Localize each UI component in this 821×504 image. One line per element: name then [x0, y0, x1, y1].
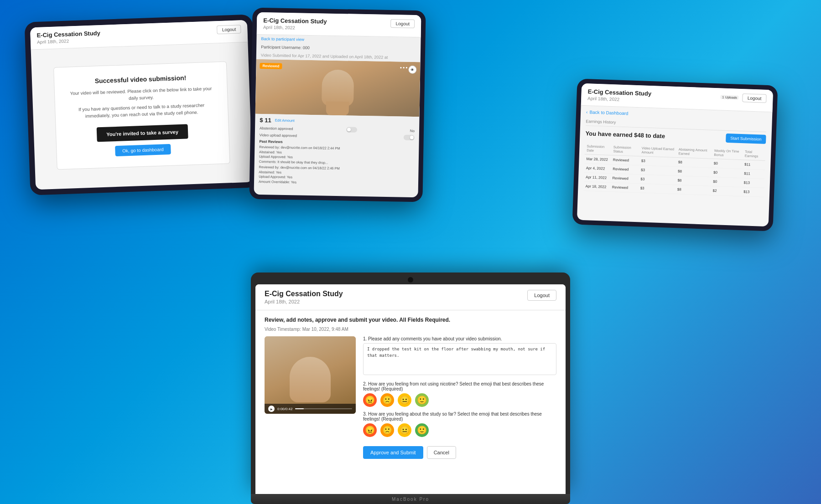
laptop-macbook: E-Cig Cessation Study April 18th, 2022 L…	[251, 273, 570, 504]
upload-toggle[interactable]	[404, 135, 415, 140]
comments-textarea[interactable]	[363, 343, 556, 375]
row3-abstain: $8	[676, 176, 712, 186]
review-details: $ 11 Edit Amount Abstention approved No …	[254, 114, 420, 190]
row1-status: Reviewed	[611, 155, 640, 165]
row1-upload: $3	[639, 156, 676, 167]
row2-upload: $3	[639, 165, 676, 176]
review-app-title: E-Cig Cessation Study	[263, 17, 327, 25]
earnings-table: Submission Date Submission Status Video …	[583, 142, 765, 197]
row3-bonus: $0	[711, 177, 742, 187]
upload-badge: 1 Uploads	[720, 95, 739, 99]
col-weekly-bonus: Weekly On Time Bonus	[712, 147, 743, 160]
tablet-success: E-Cig Cessation Study April 18th, 2022 L…	[25, 14, 259, 195]
form-actions: Approve and Submit Cancel	[363, 446, 556, 459]
success-text1: Your video will be reviewed. Please clic…	[68, 85, 214, 103]
review-app-header: E-Cig Cessation Study April 18th, 2022 L…	[257, 12, 421, 37]
past-reviews: Past Reviews Reviewed by: dev@nucrite.co…	[259, 139, 415, 187]
row1-date: Mar 28, 2022	[584, 154, 611, 165]
form-fields: 1. Please add any comments you have abou…	[363, 336, 556, 459]
amount-row: $ 11 Edit Amount	[260, 117, 415, 126]
success-text2: If you have any questions or need to tal…	[69, 101, 214, 120]
progress-fill	[295, 408, 304, 409]
review-entry-1: Reviewed by: dev@nucrite.com on 04/18/22…	[259, 145, 415, 167]
col-abstaining: Abstaining Amount Earned	[676, 145, 712, 159]
review-entry-2: Reviewed by: dev@nucrite.com on 04/18/22…	[259, 165, 414, 187]
emoji-neutral-2[interactable]: 😐	[398, 423, 411, 437]
success-box: Successful video submission! Your video …	[53, 61, 230, 170]
col-video-upload: Video Upload Earned Amount	[639, 144, 677, 157]
earnings-header-right: 1 Uploads Logout	[720, 93, 767, 103]
video-controls: ▶ 0:00/0:42	[265, 404, 356, 414]
row2-date: Apr 4, 2022	[584, 164, 611, 174]
laptop-logout-button[interactable]: Logout	[527, 290, 556, 301]
earned-amount: You have earned $48 to date	[585, 130, 665, 139]
cancel-button[interactable]: Cancel	[427, 446, 456, 459]
row2-total: $11	[742, 169, 765, 179]
abstention-toggle[interactable]	[346, 127, 357, 132]
row2-bonus: $0	[712, 168, 743, 178]
row4-upload: $3	[638, 184, 676, 194]
earnings-app-date: April 18th, 2022	[587, 96, 651, 103]
laptop-body: Review, add notes, approve and submit yo…	[255, 310, 566, 490]
nicotine-field-label: 2. How are you feeling from not using ni…	[363, 381, 556, 391]
nicotine-emoji-row: 😠 🙁 😐 🙂	[363, 393, 556, 407]
approve-submit-button[interactable]: Approve and Submit	[363, 446, 423, 459]
col-total: Total Earnings	[743, 148, 765, 160]
laptop-notch	[408, 277, 413, 283]
upload-count: 1	[722, 96, 724, 99]
progress-bar[interactable]	[295, 408, 352, 409]
upload-toggle-row: Video upload approved	[260, 132, 415, 140]
abstention-no: No	[410, 129, 415, 133]
row2-abstain: $8	[676, 167, 712, 177]
tablet-video-review: E-Cig Cessation Study April 18th, 2022 L…	[249, 8, 426, 202]
laptop-screen: E-Cig Cessation Study April 18th, 2022 L…	[255, 284, 566, 494]
play-button[interactable]: ▶	[268, 406, 275, 412]
emoji-angry-2[interactable]: 😠	[363, 423, 377, 437]
upload-label: Uploads	[725, 96, 737, 99]
laptop-app-date: April 18th, 2022	[265, 299, 343, 304]
row4-date: Apr 18, 2022	[583, 182, 610, 192]
laptop-subtitle: Review, add notes, approve and submit yo…	[265, 317, 556, 323]
survey-button[interactable]: You're invited to take a survey	[97, 124, 188, 142]
row3-total: $13	[742, 178, 764, 188]
earnings-logout-button[interactable]: Logout	[743, 93, 767, 103]
study-field-label: 3. How are you feeling about the study s…	[363, 411, 556, 422]
row4-total: $13	[742, 187, 764, 197]
laptop-app-header: E-Cig Cessation Study April 18th, 2022 L…	[255, 284, 566, 310]
upload-label: Video upload approved	[260, 133, 297, 138]
back-to-dashboard-nav[interactable]: ‹ Back to Dashboard	[586, 109, 767, 121]
laptop-base: MacBook Pro	[251, 494, 570, 504]
tablet-earnings: E-Cig Cessation Study April 18th, 2022 1…	[572, 78, 778, 231]
row3-date: Apr 11, 2022	[584, 173, 611, 183]
video-review-content: Back to participant view Participant Use…	[254, 35, 421, 196]
earnings-content: ‹ Back to Dashboard Earnings History You…	[577, 106, 772, 226]
timestamp-label: Video Timestamp: Mar 10, 2022, 9:48 AM	[265, 327, 556, 332]
abstention-label: Abstention approved	[260, 126, 293, 131]
emoji-neutral-1[interactable]: 😐	[398, 393, 411, 407]
emoji-angry-1[interactable]: 😠	[363, 393, 377, 407]
row1-abstain: $8	[676, 158, 712, 168]
dashboard-button[interactable]: Ok, go to dashboard	[115, 144, 171, 156]
emoji-sad-2[interactable]: 🙁	[380, 423, 394, 437]
back-nav-label: Back to Dashboard	[589, 109, 628, 116]
more-options-icon[interactable]: •••	[400, 64, 409, 71]
success-logout-button[interactable]: Logout	[217, 25, 241, 34]
row3-status: Reviewed	[610, 174, 639, 184]
emoji-sad-1[interactable]: 🙁	[380, 393, 394, 407]
row2-status: Reviewed	[611, 165, 639, 175]
row3-upload: $3	[639, 175, 676, 185]
video-thumbnail: Reviewed 👁 •••	[255, 59, 421, 117]
review-logout-button[interactable]: Logout	[390, 19, 415, 28]
row4-bonus: $2	[711, 186, 742, 196]
edit-amount-link[interactable]: Edit Amount	[275, 118, 295, 123]
laptop-form-row: ▶ 0:00/0:42 1. Please add any comments y…	[265, 336, 556, 459]
emoji-happy-1[interactable]: 🙂	[415, 393, 429, 407]
emoji-happy-2[interactable]: 🙂	[415, 423, 429, 437]
video-preview: ▶ 0:00/0:42	[265, 336, 356, 414]
comment-field-label: 1. Please add any comments you have abou…	[363, 336, 556, 341]
col-submission-date: Submission Date	[585, 142, 612, 155]
laptop-app-title: E-Cig Cessation Study	[265, 290, 343, 298]
start-submission-button[interactable]: Start Submission	[726, 134, 766, 144]
success-app-date: April 18th, 2022	[37, 37, 101, 45]
row4-status: Reviewed	[610, 183, 639, 193]
